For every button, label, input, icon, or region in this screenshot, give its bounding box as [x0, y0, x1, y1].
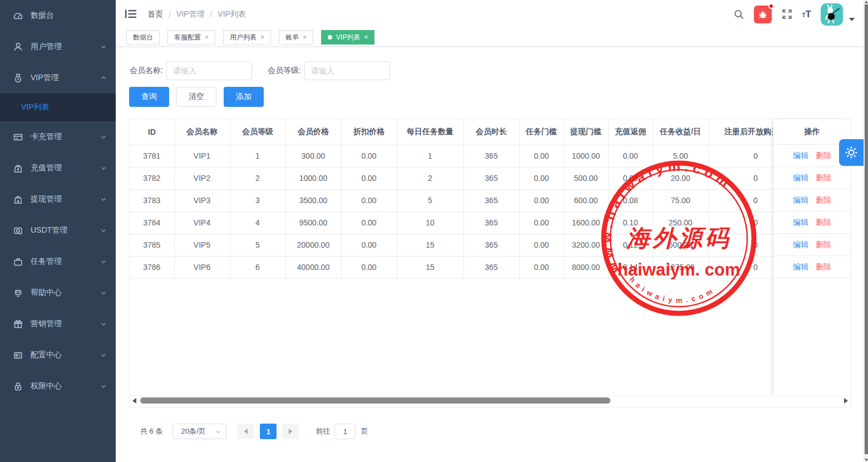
sidebar-item-vip-list[interactable]: VIP列表: [0, 94, 116, 121]
edit-link[interactable]: 编辑: [793, 173, 808, 183]
delete-link[interactable]: 删除: [816, 195, 831, 205]
sidebar-item-help[interactable]: 帮助中心: [0, 277, 116, 308]
edit-link[interactable]: 编辑: [793, 151, 808, 161]
tab-close-icon[interactable]: ×: [303, 33, 307, 41]
table-cell: 1275.00: [653, 256, 708, 278]
users-icon: [12, 41, 23, 52]
breadcrumb-vip[interactable]: VIP管理: [176, 9, 205, 19]
filter-row: 会员名称: 会员等级:: [130, 61, 390, 80]
sidebar-item-usdt[interactable]: USDT管理: [0, 215, 116, 246]
sidebar-item-tasks[interactable]: 任务管理: [0, 246, 116, 277]
table-cell: 1000.00: [564, 145, 608, 167]
horizontal-scrollbar-thumb[interactable]: [140, 397, 610, 404]
table-cell: 365: [463, 256, 519, 278]
delete-link[interactable]: 删除: [816, 173, 831, 183]
delete-link[interactable]: 删除: [816, 240, 831, 250]
edit-link[interactable]: 编辑: [793, 195, 808, 205]
add-button[interactable]: 添加: [224, 87, 264, 107]
page-number-button[interactable]: 1: [260, 424, 277, 439]
help-icon: [12, 287, 23, 298]
table-cell: VIP1: [174, 145, 230, 167]
tab-vip-list[interactable]: VIP列表 ×: [321, 30, 374, 45]
table-cell: 1: [397, 145, 463, 167]
error-log-button[interactable]: [754, 6, 772, 23]
table-cell: 2: [397, 167, 463, 189]
table-cell: 0.00: [519, 189, 564, 212]
chevron-down-icon: [100, 258, 107, 265]
fullscreen-icon[interactable]: [781, 8, 793, 20]
tab-close-icon[interactable]: ×: [364, 33, 368, 41]
table-header-cell: 任务门槛: [519, 119, 564, 145]
table-cell: 0.00: [608, 145, 653, 167]
breadcrumb-home[interactable]: 首页: [147, 9, 163, 19]
tab-bills[interactable]: 账单 ×: [279, 30, 313, 45]
header-actions: TT: [733, 0, 855, 28]
table-header-cell: ID: [130, 119, 174, 145]
avatar-dropdown-caret[interactable]: [849, 18, 855, 21]
table-header-cell: 提现门槛: [564, 119, 608, 145]
goto-unit-label: 页: [361, 426, 368, 436]
font-size-icon[interactable]: TT: [802, 9, 812, 20]
breadcrumb-vip-list: VIP列表: [218, 9, 246, 19]
tab-service-config[interactable]: 客服配置 ×: [167, 30, 215, 45]
search-icon[interactable]: [733, 9, 744, 20]
sidebar: 数据台 用户管理 VIP管理 VIP列表: [0, 0, 116, 462]
chevron-down-icon: [100, 352, 107, 358]
chevron-down-icon: [215, 429, 221, 435]
sidebar-item-marketing[interactable]: 营销管理: [0, 308, 116, 340]
tab-close-icon[interactable]: ×: [260, 33, 264, 41]
edit-link[interactable]: 编辑: [793, 262, 808, 272]
clear-button[interactable]: 清空: [176, 87, 216, 107]
chevron-right-icon: [289, 429, 292, 434]
sidebar-item-vip[interactable]: VIP管理: [0, 62, 116, 94]
page-size-select[interactable]: 20条/页: [172, 424, 226, 439]
horizontal-scrollbar[interactable]: [130, 395, 850, 405]
delete-link[interactable]: 删除: [816, 151, 831, 161]
chevron-down-icon: [100, 227, 107, 234]
sidebar-item-permissions[interactable]: 权限中心: [0, 371, 116, 402]
scroll-down-arrow-icon[interactable]: [865, 459, 868, 461]
goto-page-input[interactable]: [334, 424, 356, 439]
config-icon: [12, 350, 23, 361]
search-button[interactable]: 查询: [129, 87, 169, 107]
table-cell: VIP6: [174, 256, 230, 278]
scroll-up-arrow-icon[interactable]: [865, 1, 868, 3]
vertical-scrollbar-thumb[interactable]: [865, 4, 868, 454]
table-row: 3785VIP5520000.000.00153650.003200.000.1…: [130, 234, 851, 256]
sidebar-collapse-icon[interactable]: [125, 8, 137, 22]
edit-link[interactable]: 编辑: [793, 218, 808, 228]
table-cell: 20.00: [653, 167, 708, 189]
avatar[interactable]: [821, 3, 843, 26]
delete-link[interactable]: 删除: [816, 262, 831, 272]
table-header-cell: 任务收益/日: [653, 119, 708, 145]
table-cell: 500.00: [564, 167, 608, 189]
tab-user-list[interactable]: 用户列表 ×: [223, 30, 271, 45]
sidebar-item-label: 卡充管理: [31, 132, 62, 142]
next-page-button[interactable]: [282, 424, 299, 439]
tab-dashboard[interactable]: 数据台: [126, 30, 160, 45]
vertical-scrollbar[interactable]: [864, 0, 868, 462]
member-name-input[interactable]: [166, 61, 252, 80]
scroll-right-arrow-icon[interactable]: [844, 398, 848, 404]
scroll-left-arrow-icon[interactable]: [132, 398, 136, 404]
settings-gear-button[interactable]: [839, 139, 864, 166]
sidebar-item-users[interactable]: 用户管理: [0, 31, 116, 62]
sidebar-item-withdraw[interactable]: 提现管理: [0, 184, 116, 215]
sidebar-item-recharge[interactable]: 充值管理: [0, 153, 116, 184]
member-name-label: 会员名称:: [130, 66, 163, 76]
sidebar-item-card-recharge[interactable]: 卡充管理: [0, 121, 116, 153]
tab-close-icon[interactable]: ×: [205, 33, 209, 41]
sidebar-item-label: 提现管理: [31, 194, 62, 204]
edit-link[interactable]: 编辑: [793, 240, 808, 250]
table-cell: 0.00: [341, 167, 397, 189]
delete-link[interactable]: 删除: [816, 218, 831, 228]
member-level-input[interactable]: [304, 61, 390, 80]
table-actions-row: 编辑删除: [773, 167, 851, 189]
table-cell: 3200.00: [564, 234, 608, 256]
table-cell: 600.00: [564, 189, 608, 212]
prev-page-button[interactable]: [238, 424, 254, 439]
sidebar-item-config[interactable]: 配置中心: [0, 340, 116, 371]
chevron-left-icon: [244, 429, 248, 434]
sidebar-item-dashboard[interactable]: 数据台: [0, 0, 116, 31]
table-cell: 2: [230, 167, 285, 189]
